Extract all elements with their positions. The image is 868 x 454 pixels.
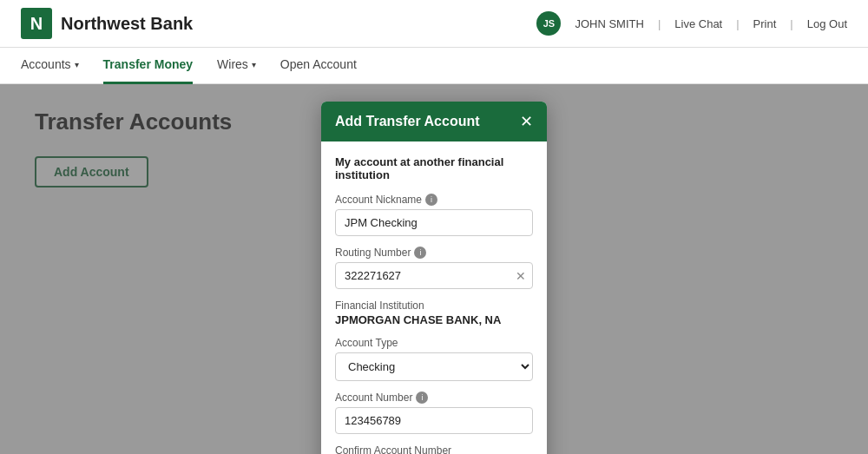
account-number-info-icon[interactable]: i [416,391,428,404]
chevron-down-icon-accounts: ▾ [75,60,79,69]
confirm-account-label: Confirm Account Number [335,444,533,454]
header-divider3: | [790,17,792,30]
form-group-nickname: Account Nickname i [335,194,533,236]
nickname-info-icon[interactable]: i [425,194,437,206]
chevron-down-icon-wires: ▾ [252,60,256,69]
nickname-label: Account Nickname i [335,194,533,206]
nav-label-open-account: Open Account [280,57,357,71]
header: N Northwest Bank JS JOHN SMITH | Live Ch… [0,0,868,48]
nav-item-transfer-money[interactable]: Transfer Money [103,48,193,84]
modal-body: My account at another financial institut… [321,141,547,454]
routing-clear-button[interactable]: ✕ [516,269,526,283]
modal-add-transfer-account: Add Transfer Account ✕ My account at ano… [321,102,547,454]
user-avatar: JS [536,11,561,36]
header-left: N Northwest Bank [21,8,193,39]
account-type-select[interactable]: Checking Savings [335,352,533,381]
logo-letter: N [30,14,43,34]
header-divider1: | [658,17,661,30]
modal-title: Add Transfer Account [335,114,480,129]
user-name[interactable]: JOHN SMITH [575,17,643,30]
nav-label-accounts: Accounts [21,57,71,71]
logo-box: N [21,8,52,39]
account-number-label: Account Number i [335,391,533,404]
form-group-confirm-account: Confirm Account Number [335,444,533,454]
logout-link[interactable]: Log Out [807,17,847,30]
header-divider2: | [736,17,739,30]
nav-item-open-account[interactable]: Open Account [280,48,357,84]
modal-subtitle: My account at another financial institut… [335,155,533,181]
modal-header: Add Transfer Account ✕ [321,102,547,141]
routing-label: Routing Number i [335,247,533,259]
financial-institution-label: Financial Institution [335,299,533,312]
header-right: JS JOHN SMITH | Live Chat | Print | Log … [536,11,847,36]
form-group-financial-institution: Financial Institution JPMORGAN CHASE BAN… [335,299,533,326]
account-type-label: Account Type [335,337,533,349]
nav-label-transfer-money: Transfer Money [103,57,193,71]
nickname-input[interactable] [335,209,533,236]
routing-input[interactable] [335,262,533,289]
modal-close-button[interactable]: ✕ [520,114,533,129]
nav-label-wires: Wires [217,57,248,71]
modal-overlay: Add Transfer Account ✕ My account at ano… [0,84,868,454]
routing-info-icon[interactable]: i [414,247,426,259]
nav-item-accounts[interactable]: Accounts ▾ [21,48,79,84]
nav-item-wires[interactable]: Wires ▾ [217,48,256,84]
form-group-account-number: Account Number i [335,391,533,434]
form-group-account-type: Account Type Checking Savings [335,337,533,381]
page-background: Transfer Accounts Add Account Add Transf… [0,84,868,454]
form-group-routing: Routing Number i ✕ [335,247,533,289]
routing-input-wrapper: ✕ [335,262,533,289]
nav: Accounts ▾ Transfer Money Wires ▾ Open A… [0,48,868,84]
live-chat-link[interactable]: Live Chat [674,17,722,30]
bank-name: Northwest Bank [61,14,193,34]
print-link[interactable]: Print [753,17,777,30]
financial-institution-name: JPMORGAN CHASE BANK, NA [335,313,533,326]
account-number-input[interactable] [335,407,533,434]
